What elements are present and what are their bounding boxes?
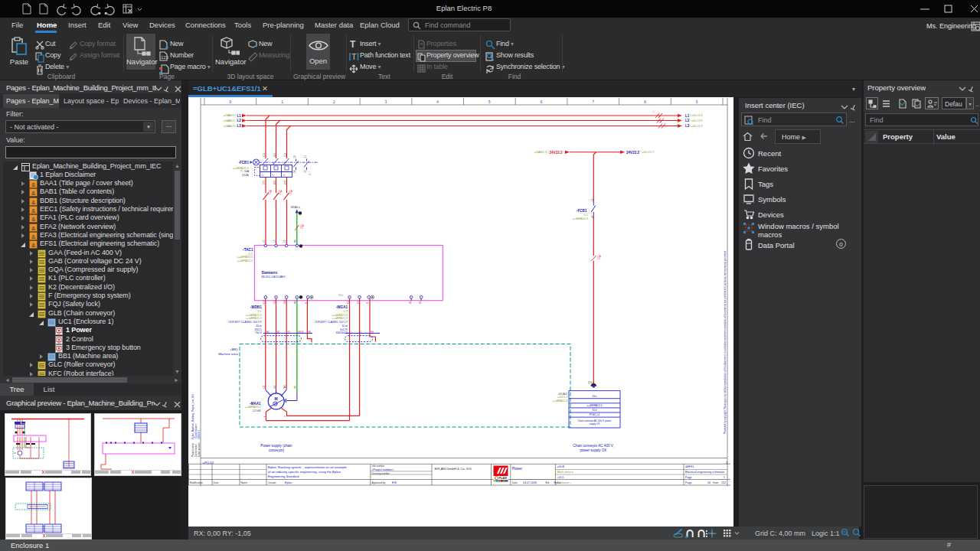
svg-text:=+&EFA1/1.3: =+&EFA1/1.3: [233, 167, 248, 170]
svg-text:M: M: [275, 396, 278, 401]
svg-text:+UC1: +UC1: [557, 476, 564, 479]
svg-text:L2: L2: [273, 240, 276, 243]
svg-text:BN: BN: [277, 331, 280, 334]
svg-text:=FQJ/2: =FQJ/2: [203, 461, 214, 465]
svg-text:24V22.2: 24V22.2: [626, 151, 640, 155]
svg-text:1.4: 1.4: [279, 192, 282, 195]
svg-text:conveyor): conveyor): [269, 448, 285, 452]
svg-text:152: 152: [721, 481, 726, 484]
svg-text:13: 13: [293, 155, 296, 158]
svg-text:=+&EFA2/2.3: =+&EFA2/2.3: [553, 399, 567, 403]
svg-text:=+&EFA1/1.3: =+&EFA1/1.3: [573, 217, 588, 220]
svg-text:1.4: 1.4: [300, 227, 303, 230]
svg-text:Creator: Creator: [268, 481, 277, 484]
svg-text:54: 54: [707, 481, 710, 484]
svg-text:2x0,75: 2x0,75: [340, 328, 348, 331]
svg-text:=+&EFA1/1.2: =+&EFA1/1.2: [237, 259, 253, 262]
svg-text:Edt: Edt: [546, 481, 550, 484]
svg-text:&EFS1: &EFS1: [685, 465, 694, 468]
svg-text:7...10A: 7...10A: [240, 170, 249, 173]
svg-text:ÖLFLEX® CLASSIC 100 CY: ÖLFLEX® CLASSIC 100 CY: [228, 321, 262, 324]
svg-text:+K2.A02: +K2.A02: [558, 393, 568, 396]
svg-text:3L2: 3L2: [273, 153, 276, 157]
svg-text:2: 2: [333, 100, 335, 104]
svg-text:Page: Page: [685, 476, 691, 479]
svg-text:I>: I>: [262, 174, 264, 177]
svg-text:03.07.2026: 03.07.2026: [523, 481, 537, 484]
svg-text:S: S: [366, 302, 369, 304]
svg-text:/ =GLC/1.7: / =GLC/1.7: [641, 151, 654, 154]
svg-text:42: 42: [419, 301, 422, 304]
svg-text:I>: I>: [283, 174, 286, 177]
svg-text:-WXA2.e: -WXA2.e: [290, 206, 300, 209]
svg-text:750 V: 750 V: [255, 331, 263, 334]
svg-text:&: &: [31, 207, 36, 214]
svg-text:/1.1: /1.1: [248, 253, 253, 256]
svg-text:4G2,5: 4G2,5: [254, 328, 261, 331]
svg-text:1.4: 1.4: [268, 192, 271, 195]
svg-text:=GAA/L9 /: =GAA/L9 /: [224, 119, 237, 122]
svg-text:=+K2/1.3: =+K2/1.3: [557, 396, 567, 399]
svg-text:L3: L3: [283, 240, 286, 243]
svg-text:PCB2_L4: PCB2_L4: [590, 413, 599, 416]
svg-text:=+&EFA1/1.3: =+&EFA1/1.3: [247, 314, 262, 317]
svg-text:2,2 kW: 2,2 kW: [253, 409, 261, 412]
svg-text:&: &: [31, 181, 36, 188]
svg-text:Name: Name: [241, 481, 248, 484]
svg-text:L1: L1: [652, 109, 655, 112]
svg-text:SH: SH: [309, 331, 312, 334]
svg-text:Eplan 'Stacking system' - repr: Eplan 'Stacking system' - representation…: [268, 465, 348, 469]
svg-text:=+&EFA2/1.3: =+&EFA2/1.3: [332, 317, 348, 320]
svg-text:Machine area: Machine area: [218, 352, 238, 356]
svg-text:&: &: [31, 216, 36, 223]
svg-text:123: 123: [161, 55, 169, 60]
svg-text:/1.1: /1.1: [257, 310, 262, 313]
svg-text:supply OK: supply OK: [590, 422, 600, 425]
svg-text:Enclosure +: Enclosure +: [557, 481, 572, 484]
svg-text:24V22.2: 24V22.2: [550, 151, 564, 155]
svg-text:+BB1: +BB1: [230, 347, 238, 351]
svg-text:=+&EFA1/1.3: =+&EFA1/1.3: [332, 314, 348, 317]
svg-text:3: 3: [385, 100, 387, 104]
svg-text:power supply OK: power supply OK: [580, 448, 608, 452]
svg-text:10 m: 10 m: [341, 324, 348, 328]
svg-text:GY: GY: [287, 331, 290, 334]
svg-text:EPLAN GmbH & Co. KG: EPLAN GmbH & Co. KG: [435, 467, 472, 471]
svg-text:8SL3C0-1XE15-8AF2: 8SL3C0-1XE15-8AF2: [262, 276, 286, 279]
svg-text:8: 8: [644, 100, 646, 104]
svg-text:I>: I>: [273, 174, 275, 177]
svg-text:21: 21: [304, 155, 307, 158]
svg-text:13: 13: [591, 198, 594, 201]
svg-text:L2: L2: [685, 119, 690, 122]
svg-text:1L1: 1L1: [263, 153, 266, 157]
svg-text:from: from: [713, 481, 718, 484]
svg-text:7: 7: [592, 100, 594, 104]
svg-text:-FCB1: -FCB1: [238, 161, 249, 165]
svg-text:14: 14: [293, 170, 296, 173]
svg-text:-MAA1: -MAA1: [250, 402, 261, 406]
svg-text:Protected by copyright. Passin: Protected by copyright. Passing on as we…: [724, 250, 727, 434]
svg-text:1.4: 1.4: [597, 257, 600, 260]
svg-text:Approved by: Approved by: [372, 481, 386, 484]
svg-text:6: 6: [541, 100, 543, 104]
svg-text:=GAB/1.2 /: =GAB/1.2 /: [534, 151, 548, 154]
svg-text:41: 41: [409, 301, 412, 304]
svg-text:U1: U1: [263, 385, 266, 388]
svg-text:/1.1: /1.1: [583, 214, 588, 217]
svg-text:SH: SH: [371, 331, 374, 334]
svg-text:PLAN: PLAN: [499, 477, 508, 480]
svg-text:=GAA/L9 /: =GAA/L9 /: [224, 125, 237, 128]
svg-text:/1.3: /1.3: [343, 310, 348, 313]
svg-text:2: 2: [726, 461, 728, 465]
svg-text:L1: L1: [237, 114, 242, 118]
svg-text:Page: Page: [685, 481, 691, 484]
svg-text:1: 1: [724, 476, 725, 479]
svg-text:5L3: 5L3: [284, 153, 287, 157]
svg-text:/ =GLC/L9: / =GLC/L9: [690, 119, 702, 122]
svg-text:&: &: [31, 198, 36, 205]
svg-text:<Project number>: <Project number>: [372, 468, 394, 471]
svg-text:EIS: EIS: [392, 481, 397, 484]
svg-text:=+&EFA2/1.3: =+&EFA2/1.3: [247, 317, 262, 320]
svg-text:19.e: 19.e: [593, 395, 597, 398]
svg-text:GNYE: GNYE: [298, 331, 304, 334]
